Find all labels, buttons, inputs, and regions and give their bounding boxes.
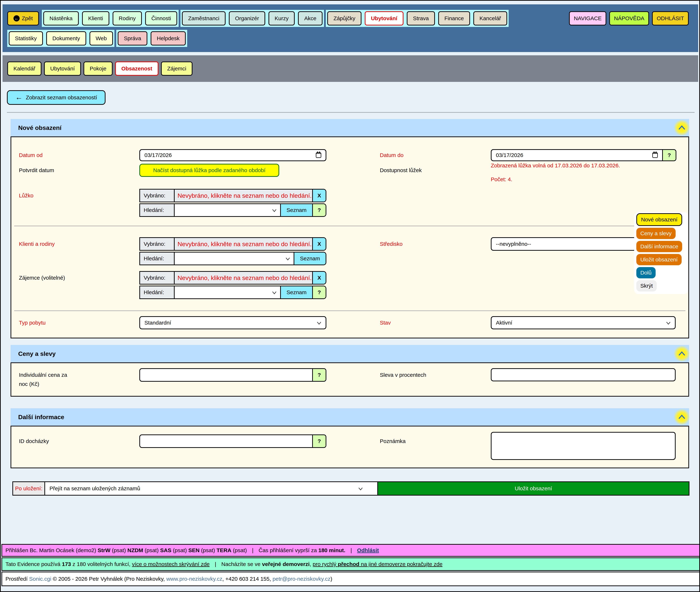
nav-item-klienti[interactable]: Klienti	[82, 11, 109, 26]
stav-select[interactable]: Aktivní	[491, 316, 676, 329]
show-list-button[interactable]: ← Zobrazit seznam obsazeností	[7, 90, 105, 105]
quick-ceny-a-slevy-button[interactable]: Ceny a slevy	[636, 228, 676, 239]
datum-do-field[interactable]	[492, 150, 662, 160]
klienti-clear-button[interactable]: X	[312, 238, 326, 250]
datum-do-help-button[interactable]: ?	[662, 150, 676, 160]
quick-nove-obsazeni-button[interactable]: Nové obsazení	[636, 213, 682, 226]
nacist-luzka-button[interactable]: Načíst dostupná lůžka podle zadaného obd…	[139, 164, 279, 177]
subnav-item-obsazenost[interactable]: Obsazenost	[115, 61, 158, 76]
id-dochazky-field[interactable]	[140, 435, 312, 447]
individualni-cena-help-button[interactable]: ?	[312, 369, 326, 381]
nav-item-dokumenty[interactable]: Dokumenty	[46, 31, 86, 46]
nav-item-odhlasit[interactable]: ODHLÁSIT	[652, 11, 689, 26]
collapse-chevron-icon[interactable]	[674, 120, 690, 136]
skryvani-link[interactable]: více o možnostech skrývání zde	[132, 561, 209, 567]
quick-ulozit-obsazeni-button[interactable]: Uložit obsazení	[636, 254, 682, 265]
nav-item-helpdesk[interactable]: Helpdesk	[151, 31, 186, 46]
section-nove-body: Datum od Datum do ? Potvrdit datum Načís…	[10, 137, 689, 338]
zajemce-seznam-button[interactable]: Seznam	[280, 286, 312, 298]
subnav-item-ubytovani[interactable]: Ubytování	[44, 61, 81, 76]
datum-od-value[interactable]	[144, 152, 313, 158]
nav-item-rodiny[interactable]: Rodiny	[113, 11, 142, 26]
zajemce-vybrano-value: Nevybráno, klikněte na seznam nebo do hl…	[174, 272, 312, 284]
email-link[interactable]: petr@pro-neziskovky.cz	[272, 576, 330, 582]
nav-item-ubytovani[interactable]: Ubytování	[365, 11, 403, 26]
nav-item-zamestnanci[interactable]: Zaměstnanci	[182, 11, 226, 26]
luzko-seznam-button[interactable]: Seznam	[280, 204, 312, 216]
individualni-cena-value[interactable]	[144, 372, 308, 378]
quick-dolu-button[interactable]: Dolů	[636, 267, 656, 278]
nav-item-cinnosti[interactable]: Činnosti	[145, 11, 177, 26]
individualni-cena-field[interactable]	[140, 369, 312, 381]
id-dochazky-help-button[interactable]: ?	[312, 435, 326, 447]
zajemce-help-button[interactable]: ?	[312, 286, 326, 298]
luzko-picker: Vybráno: Nevybráno, klikněte na seznam n…	[139, 189, 327, 217]
demo-bar: Tato Evidence používá 173 z 180 voliteln…	[1, 557, 700, 571]
subnav-item-zajemci[interactable]: Zájemci	[161, 61, 193, 76]
typ-pobytu-select[interactable]: Standardní	[139, 316, 327, 329]
section-ceny-header: Ceny a slevy	[10, 345, 689, 362]
nav-item-nastenka[interactable]: Nástěnka	[43, 11, 79, 26]
nav-item-statistiky[interactable]: Statistiky	[9, 31, 43, 46]
quick-dalsi-informace-button[interactable]: Další informace	[636, 241, 682, 252]
sleva-input[interactable]	[491, 368, 676, 381]
nav-item-akce[interactable]: Akce	[298, 11, 322, 26]
sub-navigation: Kalendář Ubytování Pokoje Obsazenost Záj…	[3, 55, 698, 82]
calendar-icon[interactable]	[316, 152, 321, 158]
luzko-clear-button[interactable]: X	[312, 190, 326, 202]
nav-item-zapujcky[interactable]: Zápůjčky	[327, 11, 361, 26]
stredisko-label: Středisko	[380, 237, 485, 251]
nav-item-finance[interactable]: Finance	[438, 11, 470, 26]
id-dochazky-value[interactable]	[144, 438, 308, 444]
po-ulozeni-select[interactable]: Přejít na seznam uložených záznamů	[45, 482, 377, 495]
section-ceny-a-slevy: Ceny a slevy Individuální cena za noc (K…	[10, 345, 689, 397]
odhlasit-link[interactable]: Odhlásit	[357, 547, 379, 553]
klienti-vybrano-value: Nevybráno, klikněte na seznam nebo do hl…	[174, 238, 312, 250]
section-dalsi-informace: Další informace ID docházky ? Poznámka	[10, 408, 689, 468]
nav-item-organizer[interactable]: Organizér	[229, 11, 265, 26]
quick-skryt-button[interactable]: Skrýt	[636, 280, 657, 291]
section-ceny-body: Individuální cena za noc (Kč) ? Sleva v …	[10, 362, 689, 397]
form-divider	[14, 226, 686, 226]
session-bar: Přihlášen Bc. Martin Ocásek (demo2) StrW…	[1, 544, 700, 557]
chevron-down-icon	[286, 255, 290, 262]
luzko-search-select[interactable]	[174, 204, 280, 216]
luzko-help-button[interactable]: ?	[312, 204, 326, 216]
datum-do-value[interactable]	[496, 152, 649, 158]
subnav-item-kalendar[interactable]: Kalendář	[7, 61, 42, 76]
po-ulozeni-value: Přejít na seznam uložených záznamů	[49, 485, 140, 492]
nav-item-kurzy[interactable]: Kurzy	[268, 11, 295, 26]
calendar-icon[interactable]	[652, 152, 658, 158]
sonic-link[interactable]: Sonic.cgi	[29, 576, 51, 582]
sleva-value[interactable]	[496, 372, 670, 378]
nav-item-kancelar[interactable]: Kancelář	[473, 11, 507, 26]
id-dochazky-label: ID docházky	[19, 435, 135, 448]
ulozit-obsazeni-button[interactable]: Uložit obsazení	[377, 482, 689, 495]
luzko-label: Lůžko	[19, 189, 135, 202]
individualni-cena-label: Individuální cena za noc (Kč)	[19, 371, 73, 389]
nav-item-sprava[interactable]: Správa	[118, 31, 147, 46]
po-ulozeni-label: Po uložení:	[13, 482, 45, 495]
website-link[interactable]: www.pro-neziskovky.cz	[166, 576, 222, 582]
section-ceny-title: Ceny a slevy	[18, 350, 56, 357]
collapse-chevron-icon[interactable]	[674, 409, 690, 425]
nav-item-napoveda[interactable]: NÁPOVĚDA	[609, 11, 649, 26]
subnav-item-pokoje[interactable]: Pokoje	[84, 61, 113, 76]
datum-do-label: Datum do	[380, 149, 485, 161]
nav-item-web[interactable]: Web	[90, 31, 113, 46]
klienti-label: Klienti a rodiny	[19, 237, 135, 251]
datum-od-input[interactable]	[139, 149, 327, 161]
section-nove-title: Nové obsazení	[18, 124, 61, 131]
zpet-button[interactable]: ← Zpět	[7, 11, 39, 26]
typ-pobytu-value: Standardní	[144, 319, 171, 326]
poznamka-textarea[interactable]	[491, 432, 676, 460]
zajemce-search-select[interactable]	[174, 286, 280, 298]
demoverze-link[interactable]: pro rychlý přechod na jiné demoverze pok…	[313, 561, 443, 567]
klienti-seznam-button[interactable]: Seznam	[294, 252, 326, 264]
zajemce-clear-button[interactable]: X	[312, 272, 326, 284]
collapse-chevron-icon[interactable]	[674, 346, 690, 362]
nav-group-2: Zaměstnanci Organizér Kurzy Akce	[181, 10, 324, 27]
nav-item-navigace[interactable]: NAVIGACE	[569, 11, 606, 26]
klienti-search-select[interactable]	[174, 252, 294, 264]
nav-item-strava[interactable]: Strava	[407, 11, 435, 26]
